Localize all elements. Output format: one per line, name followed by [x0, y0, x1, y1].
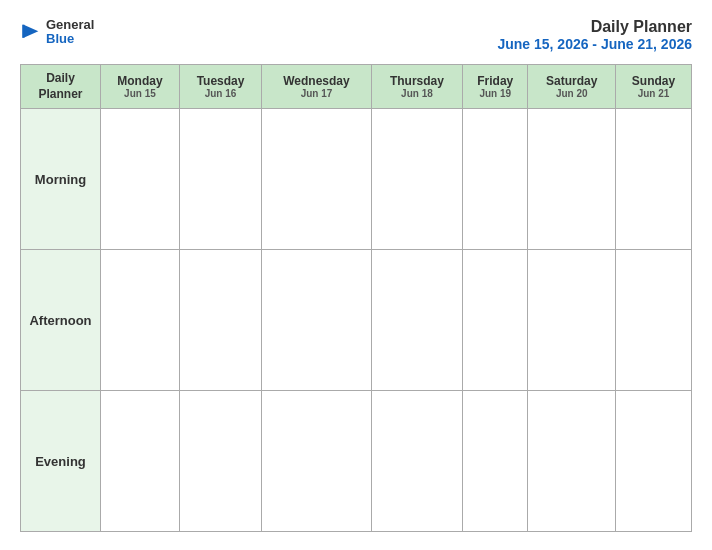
col-monday: Monday Jun 15 — [101, 65, 180, 109]
cell-mon-evening[interactable] — [101, 391, 180, 532]
cell-sat-afternoon[interactable] — [528, 250, 616, 391]
header: GeneralBlue Daily Planner June 15, 2026 … — [20, 18, 692, 52]
col-friday: Friday Jun 19 — [463, 65, 528, 109]
calendar-table: Daily Planner Monday Jun 15 Tuesday Jun … — [20, 64, 692, 532]
row-evening: Evening — [21, 391, 692, 532]
label-col-header: Daily Planner — [21, 65, 101, 109]
cell-wed-evening[interactable] — [262, 391, 371, 532]
cell-thu-evening[interactable] — [371, 391, 462, 532]
cell-wed-afternoon[interactable] — [262, 250, 371, 391]
cell-thu-afternoon[interactable] — [371, 250, 462, 391]
row-afternoon: Afternoon — [21, 250, 692, 391]
col-wednesday: Wednesday Jun 17 — [262, 65, 371, 109]
cell-mon-afternoon[interactable] — [101, 250, 180, 391]
svg-marker-0 — [24, 25, 39, 38]
cell-tue-afternoon[interactable] — [179, 250, 261, 391]
time-label-morning: Morning — [21, 109, 101, 250]
cell-sat-evening[interactable] — [528, 391, 616, 532]
title-area: Daily Planner June 15, 2026 - June 21, 2… — [497, 18, 692, 52]
time-label-afternoon: Afternoon — [21, 250, 101, 391]
cell-fri-afternoon[interactable] — [463, 250, 528, 391]
row-morning: Morning — [21, 109, 692, 250]
col-saturday: Saturday Jun 20 — [528, 65, 616, 109]
planner-date-range: June 15, 2026 - June 21, 2026 — [497, 36, 692, 52]
col-thursday: Thursday Jun 18 — [371, 65, 462, 109]
logo-area: GeneralBlue — [20, 18, 94, 47]
cell-sun-morning[interactable] — [616, 109, 692, 250]
logo-icon — [20, 21, 42, 43]
cell-fri-evening[interactable] — [463, 391, 528, 532]
cell-mon-morning[interactable] — [101, 109, 180, 250]
cell-tue-evening[interactable] — [179, 391, 261, 532]
planner-title: Daily Planner — [497, 18, 692, 36]
cell-sun-evening[interactable] — [616, 391, 692, 532]
svg-rect-1 — [22, 25, 24, 38]
calendar-header-row: Daily Planner Monday Jun 15 Tuesday Jun … — [21, 65, 692, 109]
cell-tue-morning[interactable] — [179, 109, 261, 250]
cell-sun-afternoon[interactable] — [616, 250, 692, 391]
col-tuesday: Tuesday Jun 16 — [179, 65, 261, 109]
logo-text: GeneralBlue — [46, 18, 94, 47]
col-sunday: Sunday Jun 21 — [616, 65, 692, 109]
cell-wed-morning[interactable] — [262, 109, 371, 250]
cell-thu-morning[interactable] — [371, 109, 462, 250]
cell-sat-morning[interactable] — [528, 109, 616, 250]
page: GeneralBlue Daily Planner June 15, 2026 … — [0, 0, 712, 550]
time-label-evening: Evening — [21, 391, 101, 532]
cell-fri-morning[interactable] — [463, 109, 528, 250]
